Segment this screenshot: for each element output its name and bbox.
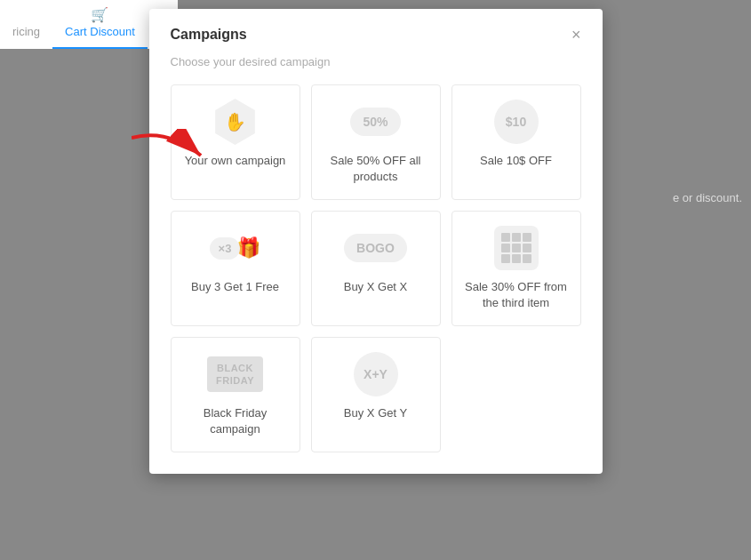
- modal-subtitle: Choose your desired campaign: [171, 55, 581, 68]
- circle-icon-xy: X+Y: [354, 352, 398, 396]
- modal-header: Campaigns ×: [171, 27, 581, 43]
- campaign-card-sale-30[interactable]: Sale 30% OFF from the third item: [451, 211, 581, 326]
- gift-badge: ×3: [210, 237, 241, 260]
- campaign-grid: ✋ Your own campaign 50% Sale 50% OFF all…: [171, 84, 581, 452]
- campaign-icon-buy3: ×3 🎁: [209, 226, 262, 270]
- pill-icon-bogo: BOGO: [344, 234, 407, 262]
- gift-symbol: 🎁: [236, 236, 260, 260]
- campaign-label-bogo: Buy X Get X: [344, 279, 408, 295]
- campaign-label-sale-30: Sale 30% OFF from the third item: [463, 279, 570, 311]
- campaign-icon-black-friday: BLACKFRIDAY: [209, 352, 262, 396]
- campaign-icon-sale-10: $10: [490, 100, 543, 144]
- campaign-label-buy-x-get-y: Buy X Get Y: [344, 405, 407, 421]
- campaign-icon-sale-30: [490, 226, 543, 270]
- campaign-icon-sale-50: 50%: [349, 100, 403, 144]
- hexagon-icon: ✋: [212, 99, 259, 145]
- modal-overlay: Campaigns × Choose your desired campaign…: [0, 0, 751, 560]
- campaign-card-sale-10[interactable]: $10 Sale 10$ OFF: [451, 84, 581, 200]
- gift-wrap-icon: ×3 🎁: [210, 236, 261, 260]
- campaign-icon-buy-x-get-y: X+Y: [349, 352, 403, 396]
- campaign-label-sale-50: Sale 50% OFF all products: [323, 153, 429, 185]
- campaign-label-sale-10: Sale 10$ OFF: [480, 153, 552, 169]
- campaign-card-bogo[interactable]: BOGO Buy X Get X: [311, 211, 441, 326]
- campaign-card-own[interactable]: ✋ Your own campaign: [171, 84, 300, 200]
- modal-title: Campaigns: [171, 27, 247, 43]
- campaign-label-own: Your own campaign: [185, 153, 286, 169]
- campaign-icon-bogo: BOGO: [349, 226, 403, 270]
- black-friday-icon: BLACKFRIDAY: [207, 356, 263, 393]
- campaign-card-buy3[interactable]: ×3 🎁 Buy 3 Get 1 Free: [171, 211, 300, 326]
- campaign-label-black-friday: Black Friday campaign: [182, 405, 289, 437]
- circle-icon-10: $10: [494, 100, 539, 144]
- campaign-card-sale-50[interactable]: 50% Sale 50% OFF all products: [311, 84, 441, 200]
- campaigns-modal: Campaigns × Choose your desired campaign…: [149, 9, 603, 474]
- campaign-label-buy3: Buy 3 Get 1 Free: [191, 279, 279, 295]
- modal-close-button[interactable]: ×: [571, 27, 581, 43]
- campaign-card-buy-x-get-y[interactable]: X+Y Buy X Get Y: [311, 337, 441, 452]
- campaign-icon-own: ✋: [209, 100, 262, 144]
- campaign-card-black-friday[interactable]: BLACKFRIDAY Black Friday campaign: [171, 337, 300, 452]
- grid-icon: [494, 226, 539, 270]
- pill-icon-50: 50%: [350, 108, 400, 136]
